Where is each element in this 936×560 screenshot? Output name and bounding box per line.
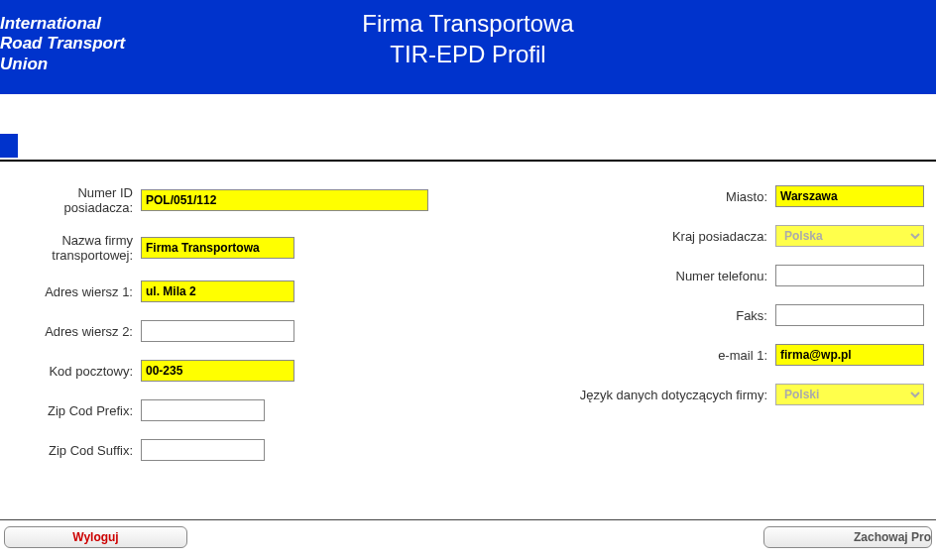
holder-id-input[interactable] (141, 189, 428, 211)
label-zip-suffix: Zip Cod Suffix: (10, 443, 141, 458)
label-address1: Adres wiersz 1: (10, 284, 141, 299)
logout-button[interactable]: Wyloguj (4, 526, 187, 548)
label-city: Miasto: (478, 189, 775, 204)
active-tab[interactable] (0, 134, 18, 158)
address2-input[interactable] (141, 320, 294, 342)
logo-line2: Road Transport (0, 34, 125, 54)
logo-line1: International (0, 14, 125, 34)
logo-line3: Union (0, 55, 125, 74)
label-zip-prefix: Zip Cod Prefix: (10, 403, 141, 418)
logo: International Road Transport Union (0, 14, 125, 74)
city-input[interactable] (775, 185, 924, 207)
label-address2: Adres wiersz 2: (10, 324, 141, 339)
zip-suffix-input[interactable] (141, 439, 265, 461)
title-line1: Firma Transportowa (0, 8, 936, 39)
holder-country-select[interactable]: Polska (775, 225, 924, 247)
email1-input[interactable] (775, 344, 924, 366)
zip-prefix-input[interactable] (141, 399, 265, 421)
postal-code-input[interactable] (141, 360, 294, 382)
profile-form: Numer ID posiadacza: Nazwa firmy transpo… (0, 185, 936, 479)
company-name-input[interactable] (141, 237, 294, 259)
header-bar: International Road Transport Union Firma… (0, 0, 936, 94)
company-lang-select[interactable]: Polski (775, 384, 924, 405)
label-fax: Faks: (478, 308, 775, 323)
page-title: Firma Transportowa TIR-EPD Profil (0, 0, 936, 69)
label-company-name: Nazwa firmy transportowej: (10, 233, 141, 263)
label-postal-code: Kod pocztowy: (10, 364, 141, 379)
title-line2: TIR-EPD Profil (0, 39, 936, 69)
label-email1: e-mail 1: (478, 348, 775, 363)
footer: Wyloguj Zachowaj Pro (0, 519, 936, 548)
form-right-column: Miasto: Kraj posiadacza: Polska Numer te… (478, 185, 926, 479)
label-holder-id: Numer ID posiadacza: (10, 185, 141, 215)
label-phone: Numer telefonu: (478, 269, 775, 283)
save-profile-button[interactable]: Zachowaj Pro (763, 526, 932, 548)
phone-input[interactable] (775, 265, 924, 286)
form-left-column: Numer ID posiadacza: Nazwa firmy transpo… (10, 185, 428, 479)
label-holder-country: Kraj posiadacza: (478, 229, 775, 244)
address1-input[interactable] (141, 280, 294, 302)
tab-divider (0, 160, 936, 162)
label-company-lang: Język danych dotyczących firmy: (478, 388, 775, 402)
fax-input[interactable] (775, 304, 924, 326)
footer-divider (0, 519, 936, 520)
tab-area (0, 134, 936, 162)
